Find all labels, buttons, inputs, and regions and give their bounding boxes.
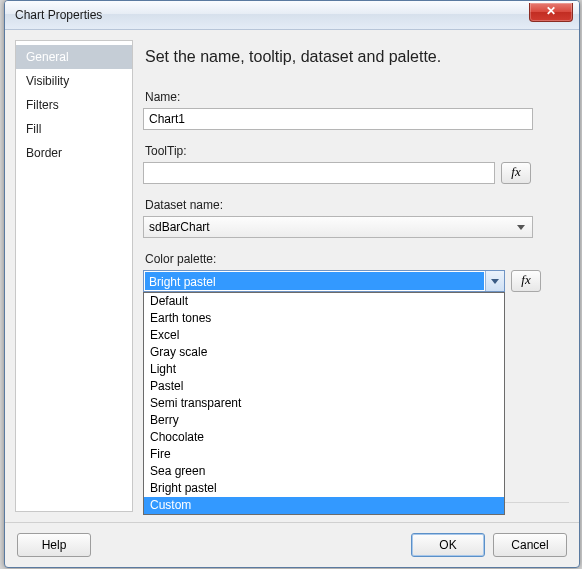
window-title: Chart Properties xyxy=(11,8,102,22)
palette-option[interactable]: Chocolate xyxy=(144,429,504,446)
page-heading: Set the name, tooltip, dataset and palet… xyxy=(145,48,569,66)
tooltip-row: ToolTip: fx xyxy=(143,144,569,184)
name-input[interactable] xyxy=(143,108,533,130)
sidebar-item-label: Visibility xyxy=(26,74,69,88)
palette-combobox[interactable]: Bright pastel DefaultEarth tonesExcelGra… xyxy=(143,270,505,292)
palette-dropdown-list[interactable]: DefaultEarth tonesExcelGray scaleLightPa… xyxy=(143,292,505,515)
palette-option[interactable]: Sea green xyxy=(144,463,504,480)
sidebar-item-label: Border xyxy=(26,146,62,160)
sidebar-item-fill[interactable]: Fill xyxy=(16,117,132,141)
sidebar-item-label: Fill xyxy=(26,122,41,136)
dialog-body: General Visibility Filters Fill Border S… xyxy=(5,30,579,567)
palette-selected-value: Bright pastel xyxy=(145,272,484,290)
help-button[interactable]: Help xyxy=(17,533,91,557)
button-label: Cancel xyxy=(511,538,548,552)
palette-option[interactable]: Fire xyxy=(144,446,504,463)
fx-icon: fx xyxy=(511,164,520,179)
palette-option[interactable]: Semi transparent xyxy=(144,395,504,412)
dataset-value: sdBarChart xyxy=(149,217,210,237)
palette-option[interactable]: Pastel xyxy=(144,378,504,395)
palette-dropdown-button[interactable] xyxy=(485,271,504,291)
chart-properties-dialog: Chart Properties ✕ General Visibility Fi… xyxy=(4,0,580,568)
palette-option[interactable]: Default xyxy=(144,293,504,310)
main-panel: Set the name, tooltip, dataset and palet… xyxy=(143,40,569,512)
fx-icon: fx xyxy=(521,272,530,287)
dataset-select[interactable]: sdBarChart xyxy=(143,216,533,238)
close-icon: ✕ xyxy=(546,4,556,18)
palette-option[interactable]: Berry xyxy=(144,412,504,429)
palette-option[interactable]: Excel xyxy=(144,327,504,344)
name-label: Name: xyxy=(145,90,569,104)
palette-option[interactable]: Earth tones xyxy=(144,310,504,327)
palette-option[interactable]: Custom xyxy=(144,497,504,514)
ok-button[interactable]: OK xyxy=(411,533,485,557)
tooltip-input[interactable] xyxy=(143,162,495,184)
sidebar-item-general[interactable]: General xyxy=(16,45,132,69)
dataset-row: Dataset name: sdBarChart xyxy=(143,198,569,238)
palette-expression-button[interactable]: fx xyxy=(511,270,541,292)
cancel-button[interactable]: Cancel xyxy=(493,533,567,557)
dialog-footer: Help OK Cancel xyxy=(5,522,579,567)
category-sidebar: General Visibility Filters Fill Border xyxy=(15,40,133,512)
sidebar-item-label: Filters xyxy=(26,98,59,112)
titlebar: Chart Properties ✕ xyxy=(5,1,579,30)
sidebar-item-border[interactable]: Border xyxy=(16,141,132,165)
close-button[interactable]: ✕ xyxy=(529,3,573,22)
tooltip-expression-button[interactable]: fx xyxy=(501,162,531,184)
palette-option[interactable]: Light xyxy=(144,361,504,378)
palette-label: Color palette: xyxy=(145,252,569,266)
sidebar-item-label: General xyxy=(26,50,69,64)
palette-option[interactable]: Bright pastel xyxy=(144,480,504,497)
dialog-content: General Visibility Filters Fill Border S… xyxy=(5,30,579,522)
name-row: Name: xyxy=(143,90,569,130)
dataset-label: Dataset name: xyxy=(145,198,569,212)
tooltip-label: ToolTip: xyxy=(145,144,569,158)
palette-field[interactable]: Bright pastel xyxy=(143,270,505,292)
chevron-down-icon xyxy=(491,279,499,284)
sidebar-item-filters[interactable]: Filters xyxy=(16,93,132,117)
button-label: Help xyxy=(42,538,67,552)
sidebar-item-visibility[interactable]: Visibility xyxy=(16,69,132,93)
palette-row: Color palette: Bright pastel DefaultEart… xyxy=(143,252,569,292)
chevron-down-icon xyxy=(517,225,525,230)
button-label: OK xyxy=(439,538,456,552)
palette-option[interactable]: Gray scale xyxy=(144,344,504,361)
